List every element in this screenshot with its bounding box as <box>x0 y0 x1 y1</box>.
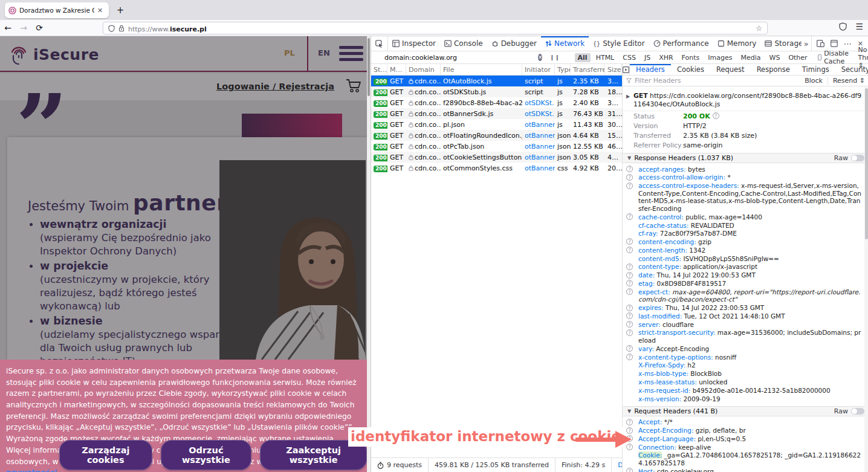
request-url-line[interactable]: ▶ GET https://cdn.cookielaw.org/consent/… <box>623 91 868 111</box>
details-tab-cookies[interactable]: Cookies <box>671 64 710 75</box>
header-row[interactable]: x-ms-request-id: b4952d0e-a01e-0014-2132… <box>623 386 868 395</box>
type-filter-all[interactable]: All <box>575 53 591 62</box>
more-tabs-icon[interactable]: » <box>802 36 811 51</box>
header-row[interactable]: ?expires: Thu, 14 Jul 2022 23:00:53 GMT <box>623 304 868 312</box>
header-row[interactable]: ?x-content-type-options: nosniff <box>623 353 868 361</box>
header-row[interactable]: x-ms-lease-status: unlocked <box>623 378 868 386</box>
header-row[interactable]: ?accept-ranges: bytes <box>623 165 868 173</box>
domcontentloaded-time[interactable]: DOMContentLoaded: <box>612 458 622 472</box>
network-filter-input[interactable]: domain:cookielaw.org <box>384 54 457 62</box>
type-filter-images[interactable]: Images <box>705 53 735 62</box>
details-tab-response[interactable]: Response <box>751 64 796 75</box>
table-row[interactable]: 200GETcdn.co…otSDKStub.jsscriptjs7.28 KB… <box>371 86 622 97</box>
table-row[interactable]: 200GETcdn.co…otCookieSettingsButton.json… <box>371 152 622 163</box>
cookie-button-1[interactable]: Odrzuć wszystkie <box>161 440 252 470</box>
help-icon[interactable]: ? <box>626 213 633 220</box>
block-url-button[interactable]: Block <box>805 77 823 85</box>
header-row[interactable]: ?expect-ct: max-age=604800, report-uri="… <box>623 288 868 303</box>
help-icon[interactable]: ? <box>626 166 633 172</box>
site-scrollbar[interactable] <box>367 36 371 472</box>
details-tab-headers[interactable]: Headers <box>630 64 671 75</box>
checkbox-icon[interactable] <box>818 54 822 60</box>
menu-icon[interactable]: ☰ <box>855 22 863 31</box>
header-row[interactable]: ?Accept-Language: pl,en-US;q=0.5 <box>623 435 868 443</box>
column-header-6[interactable]: Transferred <box>571 64 605 75</box>
tab-close-icon[interactable]: ✕ <box>97 7 103 15</box>
header-row[interactable]: ?content-type: application/x-javascript <box>623 263 868 271</box>
column-header-1[interactable]: M… <box>387 64 406 75</box>
pause-traffic-icon[interactable]: ❙❙ <box>549 54 560 60</box>
details-tab-request[interactable]: Request <box>710 64 751 75</box>
help-icon[interactable]: ? <box>626 321 633 328</box>
header-row[interactable]: ?server: cloudflare <box>623 320 868 329</box>
help-icon[interactable]: ? <box>626 312 633 319</box>
toggle-details-pane-icon[interactable] <box>623 64 630 75</box>
tracking-shield-icon[interactable] <box>108 25 115 32</box>
account-shield-icon[interactable] <box>839 22 847 31</box>
raw-toggle[interactable] <box>851 155 864 161</box>
help-icon[interactable]: ? <box>626 272 633 279</box>
expand-triangle-icon[interactable]: ▶ <box>626 92 630 101</box>
column-header-2[interactable]: Domain <box>406 64 441 75</box>
column-header-3[interactable]: File <box>441 64 522 75</box>
header-row[interactable]: ?Accept: */* <box>623 418 868 427</box>
bookmark-star-icon[interactable]: ☆ <box>756 24 762 33</box>
type-filter-css[interactable]: CSS <box>620 53 639 62</box>
devtools-tab-storage[interactable]: Storage <box>760 36 801 51</box>
header-row[interactable]: ?cache-control: public, max-age=14400 <box>623 213 868 221</box>
header-row[interactable]: content-md5: ISVHQDp8yLpS5h8SniPgIw== <box>623 254 868 263</box>
resend-button[interactable]: Resend ⇕ <box>828 77 865 85</box>
table-row[interactable]: 200GETcdn.co…otPcTab.jsonotBanner…json12… <box>371 141 622 152</box>
header-row[interactable]: ?last-modified: Tue, 12 Oct 2021 14:48:1… <box>623 312 868 320</box>
table-row[interactable]: 200GETcdn.co…f2890bc8-88eb-4bac-a266-df9… <box>371 97 622 108</box>
header-row[interactable]: ?Connection: keep-alive <box>623 443 868 451</box>
meatball-menu-icon[interactable]: ⋯ <box>844 39 852 48</box>
response-headers-section[interactable]: ▼ Response Headers (1.037 KB) Raw <box>623 153 868 163</box>
header-row[interactable]: x-ms-blob-type: BlockBlob <box>623 370 868 378</box>
column-header-4[interactable]: Initiator <box>522 64 555 75</box>
type-filter-xhr[interactable]: XHR <box>656 53 676 62</box>
request-headers-section[interactable]: ▼ Request Headers (441 B) Raw <box>623 406 868 416</box>
type-filter-js[interactable]: JS <box>641 53 653 62</box>
help-icon[interactable]: ? <box>626 354 633 360</box>
responsive-design-icon[interactable] <box>817 40 824 47</box>
details-tab-timings[interactable]: Timings <box>796 64 835 75</box>
devtools-tab-memory[interactable]: Memory <box>713 36 761 51</box>
raw-toggle[interactable] <box>851 408 864 415</box>
header-row[interactable]: ?access-control-allow-origin: * <box>623 173 868 182</box>
header-row[interactable]: Cookie: _ga=GA1.2.704861004.1657825178; … <box>623 451 868 467</box>
header-row[interactable]: ?content-length: 1342 <box>623 246 868 254</box>
help-icon[interactable]: ? <box>713 112 719 119</box>
help-icon[interactable]: ? <box>626 468 633 472</box>
header-row[interactable]: ?strict-transport-security: max-age=3153… <box>623 329 868 344</box>
header-row[interactable]: ?access-control-expose-headers: x-ms-req… <box>623 182 868 213</box>
help-icon[interactable]: ? <box>626 247 633 253</box>
header-row[interactable]: cf-ray: 72ac80f79f5a7b87-DME <box>623 230 868 238</box>
type-filter-html[interactable]: HTML <box>593 53 618 62</box>
dock-window-icon[interactable] <box>831 40 838 47</box>
type-filter-fonts[interactable]: Fonts <box>679 53 703 62</box>
help-icon[interactable]: ? <box>626 263 633 270</box>
header-row[interactable]: ?Host: cdn.cookielaw.org <box>623 467 868 472</box>
devtools-tab-performance[interactable]: Performance <box>649 36 713 51</box>
table-row[interactable]: 200GETcdn.co…otBannerSdk.jsotSDKSt…js76.… <box>371 108 622 119</box>
header-row[interactable]: ?date: Thu, 14 Jul 2022 19:00:53 GMT <box>623 271 868 280</box>
type-filter-other[interactable]: Other <box>785 53 810 62</box>
help-icon[interactable]: ? <box>626 280 633 286</box>
new-tab-button[interactable]: + <box>114 4 127 17</box>
lock-icon[interactable] <box>118 25 125 32</box>
type-filter-ws[interactable]: WS <box>766 53 783 62</box>
devtools-tab-network[interactable]: Network <box>541 36 589 51</box>
pick-element-icon[interactable] <box>371 36 388 51</box>
details-scrollbar-thumb[interactable] <box>865 88 868 239</box>
help-icon[interactable]: ? <box>626 345 633 352</box>
help-icon[interactable]: ? <box>626 329 633 336</box>
column-header-0[interactable]: St… <box>371 64 387 75</box>
header-row[interactable]: ?vary: Accept-Encoding <box>623 344 868 353</box>
type-filter-media[interactable]: Media <box>737 53 763 62</box>
url-bar[interactable]: https://www.isecure.pl ☆ <box>103 22 768 34</box>
header-row[interactable]: ?etag: 0x8D98D8F4F819517 <box>623 279 868 288</box>
clear-filter-icon[interactable]: ✕ <box>538 54 543 61</box>
disable-cache-checkbox[interactable]: Disable Cache <box>818 50 851 65</box>
forward-button[interactable]: → <box>16 23 31 33</box>
